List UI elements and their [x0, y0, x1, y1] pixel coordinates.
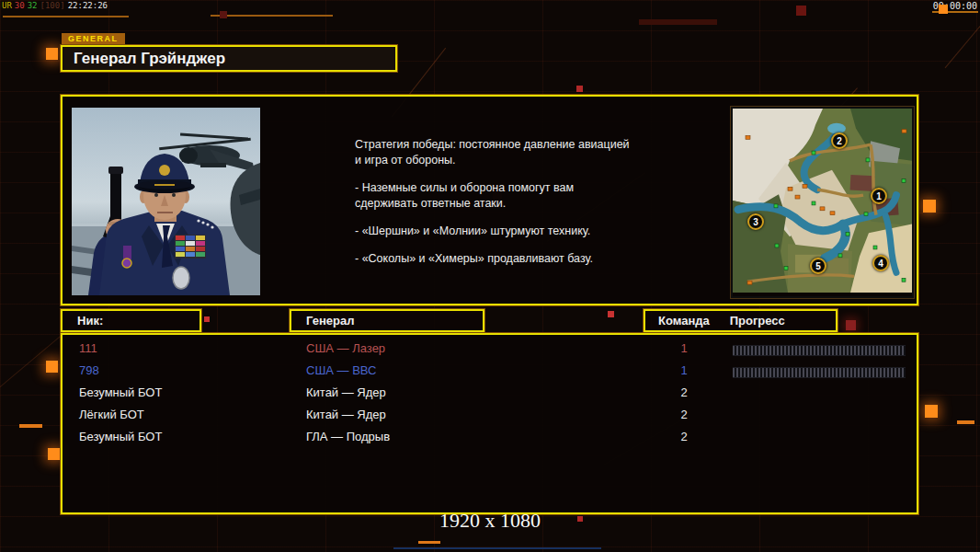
general-portrait	[72, 108, 260, 295]
minimap-start-marker: 5	[810, 258, 826, 274]
general-title-box: Генерал Грэйнджер	[61, 45, 397, 72]
player-nick: 111	[79, 341, 97, 355]
minimap-start-marker: 4	[872, 255, 889, 271]
player-nick: Безумный БОТ	[79, 430, 162, 443]
column-header-general: Генерал	[290, 309, 484, 332]
loading-screen: UR3032[100]22:22:26 00:00:00 GENERAL Ген…	[0, 0, 980, 552]
decor-blue-line	[393, 547, 601, 549]
player-nick: 798	[79, 363, 99, 377]
player-loading-bar	[733, 345, 906, 356]
general-name: Генерал Грэйнджер	[74, 50, 225, 68]
minimap: 12345	[731, 107, 914, 298]
player-team: 1	[656, 363, 712, 377]
player-row: 111 США — Лазер 1	[63, 339, 917, 361]
decor-line	[3, 16, 129, 17]
general-info-panel: Стратегия победы: постоянное давление ав…	[61, 95, 918, 305]
minimap-start-marker: 2	[831, 132, 848, 149]
decor-red-square	[204, 316, 210, 322]
player-general: США — ВВС	[306, 363, 377, 377]
player-team: 1	[656, 341, 712, 355]
debug-val: 32	[28, 1, 38, 10]
player-general: Китай — Ядер	[306, 408, 386, 421]
decor-orange-dash	[418, 541, 440, 544]
player-loading-bar	[733, 367, 906, 378]
general-header-label: Генерал	[306, 314, 354, 328]
debug-bracket: [100]	[40, 1, 65, 10]
decor-orange-square	[939, 5, 948, 14]
column-header-nick: Ник:	[61, 309, 201, 332]
decor-red-square	[608, 311, 614, 317]
decor-orange-square	[925, 405, 938, 418]
strategy-briefing: Стратегия победы: постоянное давление ав…	[355, 137, 667, 279]
briefing-paragraph: - Наземные силы и оборона помогут вам сд…	[355, 180, 667, 212]
minimap-start-marker: 1	[871, 188, 887, 204]
player-general: ГЛА — Подрыв	[306, 430, 390, 443]
player-rows: 111 США — Лазер 1 798 США — ВВС 1 Безумн…	[63, 339, 917, 449]
column-header-team-progress: Команда Прогресс	[644, 309, 838, 332]
general-tag-label: GENERAL	[62, 33, 125, 45]
debug-tag: UR	[2, 1, 12, 10]
player-team: 2	[656, 430, 712, 443]
portrait-illustration	[72, 108, 260, 295]
nick-header-label: Ник:	[77, 314, 103, 328]
team-header-label: Команда	[658, 314, 710, 328]
decor-red-square	[220, 11, 227, 18]
player-row: 798 США — ВВС 1	[63, 361, 917, 383]
player-row: Безумный БОТ ГЛА — Подрыв 2	[63, 427, 917, 449]
decor-line	[211, 15, 333, 17]
decor-red-square	[846, 320, 856, 330]
player-row: Лёгкий БОТ Китай — Ядер 2	[63, 405, 917, 427]
players-panel: 111 США — Лазер 1 798 США — ВВС 1 Безумн…	[61, 333, 918, 514]
decor-bar	[639, 19, 717, 25]
decor-orange-dash	[957, 420, 974, 424]
player-team: 2	[656, 385, 712, 399]
resolution-watermark: 1920 x 1080	[0, 509, 980, 533]
decor-orange-dash	[19, 424, 42, 428]
progress-header-label: Прогресс	[730, 314, 785, 328]
player-general: США — Лазер	[306, 341, 385, 355]
decor-orange-square	[46, 48, 58, 60]
player-nick: Безумный БОТ	[79, 385, 162, 399]
decor-orange-square	[46, 361, 58, 373]
briefing-paragraph: Стратегия победы: постоянное давление ав…	[355, 137, 667, 168]
briefing-paragraph: - «Шершни» и «Молнии» штурмуют технику.	[355, 224, 667, 239]
briefing-paragraph: - «Соколы» и «Химеры» продавливают базу.	[355, 251, 667, 267]
player-team: 2	[656, 408, 712, 421]
debug-fps: 30	[15, 1, 25, 10]
player-nick: Лёгкий БОТ	[79, 408, 144, 421]
decor-red-square	[576, 86, 583, 92]
debug-time: 22:22:26	[68, 1, 108, 10]
player-row: Безумный БОТ Китай — Ядер 2	[63, 383, 917, 405]
player-general: Китай — Ядер	[306, 385, 386, 399]
decor-orange-square	[48, 448, 60, 460]
decor-orange-square	[923, 200, 936, 213]
debug-overlay: UR3032[100]22:22:26	[2, 1, 110, 10]
decor-red-square	[796, 6, 806, 16]
minimap-start-marker: 3	[747, 213, 764, 230]
